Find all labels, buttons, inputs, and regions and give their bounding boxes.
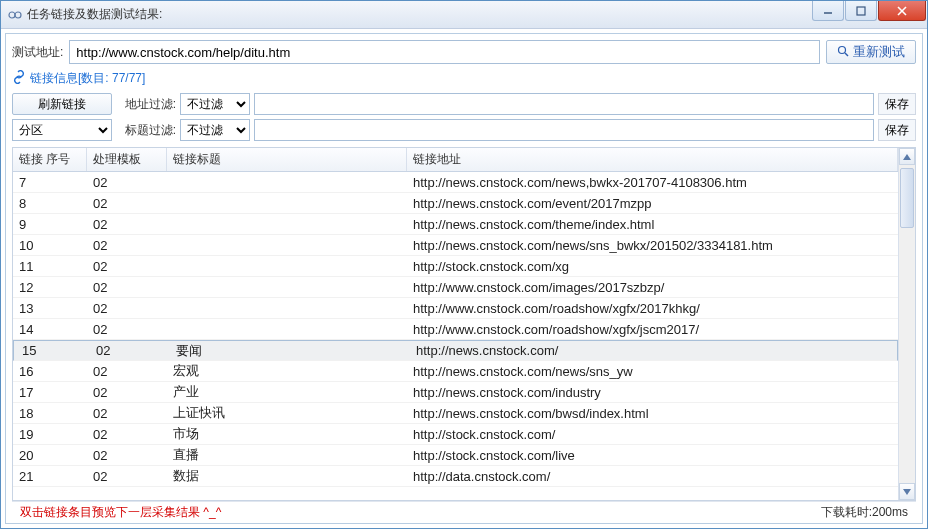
cell-tmpl: 02 xyxy=(87,427,167,442)
table-body: 702http://news.cnstock.com/news,bwkx-201… xyxy=(13,172,898,500)
addr-filter-select[interactable]: 不过滤 xyxy=(180,93,250,115)
cell-seq: 17 xyxy=(13,385,87,400)
table-row[interactable]: 702http://news.cnstock.com/news,bwkx-201… xyxy=(13,172,898,193)
table-row[interactable]: 1002http://news.cnstock.com/news/sns_bwk… xyxy=(13,235,898,256)
app-icon xyxy=(7,7,23,23)
cell-url: http://news.cnstock.com/industry xyxy=(407,385,898,400)
main-panel: 测试地址: 重新测试 链接信息[数目: 77/77] 刷新链接 地址过滤: 不过… xyxy=(5,33,923,524)
cell-title: 上证快讯 xyxy=(167,404,407,422)
table-row[interactable]: 1302http://www.cnstock.com/roadshow/xgfx… xyxy=(13,298,898,319)
svg-point-0 xyxy=(9,12,15,18)
cell-url: http://www.cnstock.com/roadshow/xgfx/201… xyxy=(407,301,898,316)
cell-tmpl: 02 xyxy=(87,469,167,484)
table-header: 链接 序号 处理模板 链接标题 链接地址 xyxy=(13,148,898,172)
cell-seq: 10 xyxy=(13,238,87,253)
cell-tmpl: 02 xyxy=(87,406,167,421)
test-url-label: 测试地址: xyxy=(12,44,63,61)
cell-title: 宏观 xyxy=(167,362,407,380)
cell-seq: 7 xyxy=(13,175,87,190)
cell-url: http://news.cnstock.com/theme/index.html xyxy=(407,217,898,232)
search-icon xyxy=(837,45,849,60)
cell-seq: 12 xyxy=(13,280,87,295)
cell-seq: 9 xyxy=(13,217,87,232)
svg-rect-3 xyxy=(857,7,865,15)
filter-row-2: 分区 标题过滤: 不过滤 保存 xyxy=(12,119,916,141)
retest-label: 重新测试 xyxy=(853,43,905,61)
cell-seq: 11 xyxy=(13,259,87,274)
filter-row-1: 刷新链接 地址过滤: 不过滤 保存 xyxy=(12,93,916,115)
title-filter-select[interactable]: 不过滤 xyxy=(180,119,250,141)
svg-point-6 xyxy=(839,46,846,53)
table-row[interactable]: 1802上证快讯http://news.cnstock.com/bwsd/ind… xyxy=(13,403,898,424)
cell-tmpl: 02 xyxy=(87,322,167,337)
table-row[interactable]: 1402http://www.cnstock.com/roadshow/xgfx… xyxy=(13,319,898,340)
svg-point-1 xyxy=(15,12,21,18)
table-row[interactable]: 902http://news.cnstock.com/theme/index.h… xyxy=(13,214,898,235)
cell-tmpl: 02 xyxy=(87,196,167,211)
col-seq[interactable]: 链接 序号 xyxy=(13,148,87,171)
cell-title: 直播 xyxy=(167,446,407,464)
table-row[interactable]: 2002直播http://stock.cnstock.com/live xyxy=(13,445,898,466)
link-info[interactable]: 链接信息[数目: 77/77] xyxy=(12,70,916,87)
maximize-button[interactable] xyxy=(845,1,877,21)
link-icon xyxy=(12,70,26,87)
scroll-up-button[interactable] xyxy=(899,148,915,165)
window-title: 任务链接及数据测试结果: xyxy=(27,6,812,23)
minimize-button[interactable] xyxy=(812,1,844,21)
cell-url: http://news.cnstock.com/ xyxy=(410,343,895,358)
close-button[interactable] xyxy=(878,1,926,21)
cell-seq: 19 xyxy=(13,427,87,442)
refresh-links-button[interactable]: 刷新链接 xyxy=(12,93,112,115)
partition-select[interactable]: 分区 xyxy=(12,119,112,141)
footer-hint: 双击链接条目预览下一层采集结果 ^_^ xyxy=(20,504,821,521)
table-row[interactable]: 1102http://stock.cnstock.com/xg xyxy=(13,256,898,277)
cell-url: http://www.cnstock.com/images/2017szbzp/ xyxy=(407,280,898,295)
col-url[interactable]: 链接地址 xyxy=(407,148,898,171)
svg-marker-9 xyxy=(903,489,911,495)
table-row[interactable]: 2102数据http://data.cnstock.com/ xyxy=(13,466,898,487)
cell-url: http://stock.cnstock.com/xg xyxy=(407,259,898,274)
titlebar[interactable]: 任务链接及数据测试结果: xyxy=(1,1,927,29)
cell-tmpl: 02 xyxy=(87,259,167,274)
table-row[interactable]: 1502要闻http://news.cnstock.com/ xyxy=(13,340,898,361)
addr-save-button[interactable]: 保存 xyxy=(878,93,916,115)
cell-tmpl: 02 xyxy=(87,448,167,463)
link-info-text: 链接信息[数目: 77/77] xyxy=(30,70,145,87)
title-filter-input[interactable] xyxy=(254,119,874,141)
cell-seq: 13 xyxy=(13,301,87,316)
table-row[interactable]: 1902市场http://stock.cnstock.com/ xyxy=(13,424,898,445)
cell-tmpl: 02 xyxy=(87,301,167,316)
window-buttons xyxy=(812,1,927,28)
cell-url: http://www.cnstock.com/roadshow/xgfx/jsc… xyxy=(407,322,898,337)
cell-url: http://news.cnstock.com/news/sns_yw xyxy=(407,364,898,379)
cell-url: http://news.cnstock.com/news/sns_bwkx/20… xyxy=(407,238,898,253)
cell-title: 产业 xyxy=(167,383,407,401)
cell-tmpl: 02 xyxy=(87,364,167,379)
title-filter-label: 标题过滤: xyxy=(116,122,176,139)
cell-seq: 18 xyxy=(13,406,87,421)
cell-seq: 15 xyxy=(16,343,90,358)
scroll-thumb[interactable] xyxy=(900,168,914,228)
cell-tmpl: 02 xyxy=(87,175,167,190)
cell-title: 要闻 xyxy=(170,342,410,360)
table-row[interactable]: 1202http://www.cnstock.com/images/2017sz… xyxy=(13,277,898,298)
col-title[interactable]: 链接标题 xyxy=(167,148,407,171)
table-row[interactable]: 802http://news.cnstock.com/event/2017mzp… xyxy=(13,193,898,214)
title-save-button[interactable]: 保存 xyxy=(878,119,916,141)
addr-filter-input[interactable] xyxy=(254,93,874,115)
vertical-scrollbar[interactable] xyxy=(898,148,915,500)
links-table: 链接 序号 处理模板 链接标题 链接地址 702http://news.cnst… xyxy=(12,147,916,501)
cell-title: 市场 xyxy=(167,425,407,443)
download-time: 下载耗时:200ms xyxy=(821,504,908,521)
svg-marker-8 xyxy=(903,154,911,160)
footer: 双击链接条目预览下一层采集结果 ^_^ 下载耗时:200ms xyxy=(12,501,916,523)
svg-line-7 xyxy=(845,53,848,56)
cell-url: http://stock.cnstock.com/ xyxy=(407,427,898,442)
retest-button[interactable]: 重新测试 xyxy=(826,40,916,64)
scroll-down-button[interactable] xyxy=(899,483,915,500)
col-tmpl[interactable]: 处理模板 xyxy=(87,148,167,171)
table-row[interactable]: 1602宏观http://news.cnstock.com/news/sns_y… xyxy=(13,361,898,382)
test-url-input[interactable] xyxy=(69,40,820,64)
table-row[interactable]: 1702产业http://news.cnstock.com/industry xyxy=(13,382,898,403)
app-window: 任务链接及数据测试结果: 测试地址: 重新测试 链接信息[数目: 77/77] xyxy=(0,0,928,529)
